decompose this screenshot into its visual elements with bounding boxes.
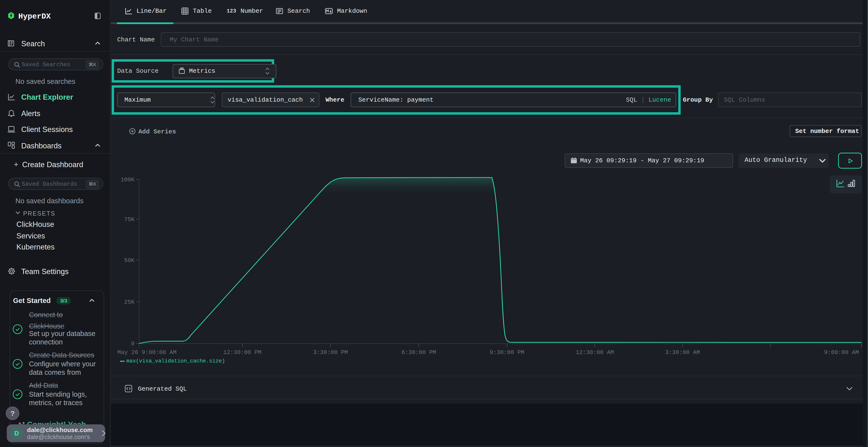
svg-text:9:00:00 AM: 9:00:00 AM	[824, 349, 859, 356]
svg-text:12:30:00 PM: 12:30:00 PM	[223, 349, 261, 356]
svg-text:6:30:00 PM: 6:30:00 PM	[401, 349, 436, 356]
svg-text:3:30:00 AM: 3:30:00 AM	[665, 349, 700, 356]
svg-text:May 26 9:00:00 AM: May 26 9:00:00 AM	[117, 349, 177, 356]
svg-text:75K: 75K	[124, 216, 135, 223]
svg-text:0: 0	[131, 341, 134, 347]
svg-text:25K: 25K	[124, 299, 135, 305]
svg-text:100K: 100K	[121, 176, 134, 183]
svg-text:9:30:00 PM: 9:30:00 PM	[490, 349, 524, 356]
svg-text:3:30:00 PM: 3:30:00 PM	[313, 349, 348, 356]
svg-text:12:30:00 AM: 12:30:00 AM	[576, 349, 614, 356]
svg-text:50K: 50K	[124, 257, 135, 264]
